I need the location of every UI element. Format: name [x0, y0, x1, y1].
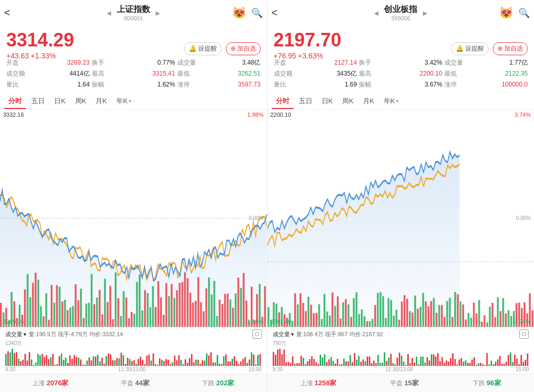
svg-rect-190 — [196, 360, 197, 366]
svg-rect-390 — [418, 364, 419, 366]
svg-rect-29 — [75, 284, 77, 327]
svg-rect-378 — [392, 363, 394, 366]
svg-rect-295 — [462, 304, 464, 327]
screenshot-button[interactable] — [252, 329, 262, 339]
svg-rect-80 — [211, 294, 213, 327]
svg-rect-399 — [437, 353, 439, 366]
svg-rect-248 — [336, 296, 338, 327]
svg-rect-279 — [419, 307, 421, 327]
svg-rect-356 — [345, 361, 347, 366]
svg-rect-325 — [279, 349, 281, 366]
svg-rect-266 — [385, 318, 387, 327]
svg-rect-240 — [315, 313, 318, 327]
svg-rect-39 — [101, 314, 103, 327]
chart-label-low: 2041.40 — [271, 318, 292, 325]
svg-rect-432 — [507, 355, 509, 366]
svg-rect-138 — [84, 364, 86, 366]
next-arrow[interactable]: ► — [421, 9, 429, 17]
tab-五日[interactable]: 五日 — [27, 94, 49, 109]
svg-rect-12 — [29, 297, 31, 327]
svg-rect-154 — [118, 358, 120, 366]
svg-rect-87 — [229, 299, 232, 327]
svg-rect-53 — [139, 274, 141, 327]
emoji-icon[interactable]: 😻 — [499, 6, 513, 20]
svg-rect-440 — [525, 360, 526, 366]
stat-item: 量比 1.64 — [6, 80, 90, 89]
stat-label: 最低 — [444, 69, 457, 78]
tab-年K[interactable]: 年K ▾ — [112, 94, 136, 109]
svg-rect-150 — [110, 354, 112, 366]
chart-label-pct-low: -3.74% — [513, 318, 531, 325]
watchlist-button[interactable]: ⊕ 加自选 — [226, 42, 261, 55]
volume-arrow: ▾ — [291, 331, 294, 338]
volume-chart: 1340万 — [5, 340, 262, 366]
volume-dropdown[interactable]: 成交量 ▾ — [5, 330, 27, 338]
back-button[interactable]: < — [272, 7, 278, 19]
tab-分时[interactable]: 分时 — [4, 94, 26, 109]
alert-button[interactable]: 🔔 设提醒 — [184, 42, 222, 55]
svg-rect-268 — [390, 300, 392, 327]
svg-rect-261 — [371, 318, 373, 327]
tab-五日[interactable]: 五日 — [295, 94, 317, 109]
tab-日K[interactable]: 日K — [318, 94, 337, 109]
svg-rect-304 — [486, 322, 488, 327]
next-arrow[interactable]: ► — [154, 9, 162, 17]
svg-rect-398 — [435, 357, 436, 366]
camera-inner-icon — [522, 332, 526, 336]
volume-dropdown[interactable]: 成交量 ▾ — [273, 330, 294, 338]
svg-rect-364 — [362, 359, 364, 366]
stat-item: 最低 3262.51 — [177, 69, 261, 78]
tab-月K[interactable]: 月K — [359, 94, 379, 109]
svg-rect-296 — [465, 319, 467, 327]
svg-rect-357 — [347, 361, 349, 366]
alert-button[interactable]: 🔔 设提醒 — [451, 42, 489, 55]
stat-label: 成交额 — [6, 69, 25, 78]
svg-rect-389 — [416, 357, 417, 366]
svg-rect-305 — [489, 307, 491, 327]
volume-section: 成交量 ▾ 量:108.4万 现手:867 均价:2167.92 790万 9:… — [268, 327, 535, 374]
tab-年K[interactable]: 年K ▾ — [380, 94, 403, 109]
svg-rect-264 — [379, 292, 381, 327]
svg-rect-30 — [77, 300, 79, 327]
search-icon[interactable]: 🔍 — [251, 7, 263, 19]
watchlist-button[interactable]: ⊕ 加自选 — [493, 42, 528, 55]
svg-rect-294 — [459, 301, 462, 327]
time-open: 9:30 — [5, 366, 15, 372]
svg-rect-82 — [216, 316, 218, 327]
svg-rect-104 — [11, 349, 13, 366]
bell-icon: 🔔 — [189, 45, 197, 52]
svg-rect-434 — [512, 362, 513, 366]
svg-rect-409 — [458, 360, 460, 366]
tab-月K[interactable]: 月K — [91, 94, 111, 109]
svg-rect-396 — [431, 354, 432, 366]
tab-周K[interactable]: 周K — [338, 94, 358, 109]
emoji-icon[interactable]: 😻 — [232, 6, 246, 20]
stat-value: 3597.73 — [238, 81, 260, 88]
prev-arrow[interactable]: ◄ — [372, 9, 380, 17]
svg-rect-301 — [478, 300, 480, 327]
search-icon[interactable]: 🔍 — [518, 7, 530, 19]
prev-arrow[interactable]: ◄ — [105, 9, 113, 17]
svg-rect-27 — [69, 308, 71, 327]
stat-value: 1.62% — [157, 81, 175, 88]
watchlist-label: 加自选 — [504, 44, 523, 53]
svg-rect-57 — [149, 307, 151, 327]
svg-rect-75 — [198, 277, 200, 327]
svg-rect-363 — [360, 362, 361, 366]
back-button[interactable]: < — [4, 7, 10, 19]
svg-rect-214 — [247, 363, 248, 366]
tab-周K[interactable]: 周K — [71, 94, 91, 109]
svg-rect-346 — [324, 354, 325, 366]
svg-rect-72 — [189, 292, 191, 327]
svg-rect-165 — [142, 360, 143, 366]
tab-日K[interactable]: 日K — [50, 94, 70, 109]
svg-rect-155 — [120, 353, 122, 366]
screenshot-button[interactable] — [519, 329, 529, 339]
stat-label: 最高 — [92, 69, 104, 78]
svg-rect-252 — [347, 304, 349, 327]
svg-rect-441 — [527, 353, 528, 366]
tab-分时[interactable]: 分时 — [272, 94, 294, 109]
svg-rect-206 — [229, 361, 231, 366]
svg-rect-367 — [369, 357, 370, 366]
stat-label: 涨停 — [177, 80, 190, 89]
